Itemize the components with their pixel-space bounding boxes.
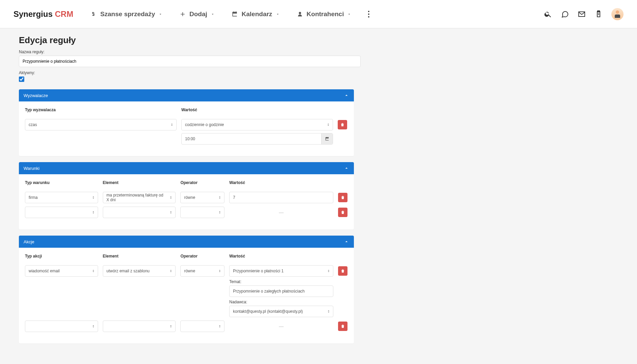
act-type-col-label: Typ akcji bbox=[25, 254, 98, 259]
clipboard-icon[interactable] bbox=[595, 10, 603, 18]
trigger-freq-value: codziennie o godzinie bbox=[185, 122, 224, 127]
cond-element-select[interactable] bbox=[103, 207, 176, 218]
cond-type-col-label: Typ warunku bbox=[25, 180, 98, 185]
cond-type-select[interactable] bbox=[25, 207, 98, 218]
trigger-time-value: 10:00 bbox=[185, 136, 195, 141]
plus-icon bbox=[179, 11, 186, 18]
cond-operator-select[interactable] bbox=[180, 207, 224, 218]
header-actions bbox=[544, 8, 624, 20]
cond-value-text: 7 bbox=[233, 195, 235, 200]
act-element-col-label: Element bbox=[103, 254, 176, 259]
actions-header[interactable]: Akcje bbox=[19, 236, 354, 248]
act-subject-input[interactable]: Przypomnienie o zaległych płatnościach bbox=[229, 285, 333, 297]
cond-delete-button[interactable] bbox=[338, 208, 347, 217]
calendar-icon bbox=[232, 11, 238, 18]
top-nav: Szanse sprzedaży Dodaj Kalendarz Kontrah… bbox=[90, 10, 544, 18]
cond-value-empty: — bbox=[229, 207, 333, 218]
nav-calendar[interactable]: Kalendarz bbox=[232, 10, 280, 18]
act-type-select[interactable]: wiadomość email bbox=[25, 265, 98, 277]
act-type-value: wiadomość email bbox=[29, 269, 60, 273]
condition-row: firma ma przeterminowaną fakturę od X dn… bbox=[25, 192, 348, 203]
chevron-down-icon bbox=[276, 12, 280, 16]
trigger-freq-select[interactable]: codziennie o godzinie bbox=[181, 119, 333, 130]
mail-icon[interactable] bbox=[578, 10, 586, 18]
act-delete-button[interactable] bbox=[338, 322, 347, 331]
select-arrows-icon bbox=[170, 122, 174, 127]
act-sender-value: kontakt@questy.pl (kontakt@questy.pl) bbox=[233, 309, 303, 314]
act-delete-button[interactable] bbox=[338, 266, 347, 276]
cond-delete-button[interactable] bbox=[338, 193, 347, 202]
page-title: Edycja reguły bbox=[19, 35, 466, 46]
act-operator-value: równe bbox=[184, 269, 195, 273]
act-element-select[interactable]: utwórz email z szablonu bbox=[103, 265, 176, 277]
conditions-header-label: Warunki bbox=[24, 166, 39, 171]
action-row: — bbox=[25, 321, 348, 332]
chevron-down-icon bbox=[211, 12, 215, 16]
trigger-delete-button[interactable] bbox=[338, 120, 347, 129]
time-picker-button[interactable] bbox=[321, 133, 333, 144]
logo-accent: CRM bbox=[55, 9, 73, 19]
act-template-select[interactable]: Przypomnienie o płatności 1 bbox=[229, 265, 333, 277]
cond-element-value: ma przeterminowaną fakturę od X dni bbox=[107, 193, 165, 202]
logo-main: Synergius bbox=[13, 9, 53, 19]
act-operator-select[interactable]: równe bbox=[180, 265, 224, 277]
page-content: Edycja reguły Nazwa reguły: Aktywny: Wyz… bbox=[0, 28, 485, 357]
cond-type-value: firma bbox=[29, 195, 38, 200]
act-element-value: utwórz email z szablonu bbox=[107, 269, 150, 273]
conditions-card: Warunki Typ warunku Element Operator War… bbox=[19, 162, 354, 230]
nav-contractors-label: Kontrahenci bbox=[307, 10, 344, 18]
nav-add-label: Dodaj bbox=[189, 10, 207, 18]
actions-card: Akcje Typ akcji Element Operator Wartość… bbox=[19, 236, 354, 343]
act-value-empty: — bbox=[229, 321, 333, 332]
act-subject-label: Temat: bbox=[229, 279, 333, 284]
chevron-down-icon bbox=[347, 12, 351, 16]
triggers-header-label: Wyzwalacze bbox=[24, 93, 48, 98]
cond-element-select[interactable]: ma przeterminowaną fakturę od X dni bbox=[103, 192, 176, 203]
rule-name-label: Nazwa reguły: bbox=[19, 50, 466, 54]
chevron-up-icon bbox=[344, 93, 349, 98]
trigger-type-value: czas bbox=[29, 122, 37, 127]
conditions-header[interactable]: Warunki bbox=[19, 162, 354, 174]
cond-element-col-label: Element bbox=[103, 180, 176, 185]
calendar-icon bbox=[325, 136, 330, 141]
act-subject-value: Przypomnienie o zaległych płatnościach bbox=[233, 289, 305, 294]
cond-operator-value: równe bbox=[184, 195, 195, 200]
active-checkbox[interactable] bbox=[19, 77, 24, 82]
act-type-select[interactable] bbox=[25, 321, 98, 332]
cond-operator-col-label: Operator bbox=[180, 180, 224, 185]
nav-add[interactable]: Dodaj bbox=[179, 10, 215, 18]
triggers-card: Wyzwalacze Typ wyzwalacza Wartość czas c bbox=[19, 89, 354, 156]
chat-icon[interactable] bbox=[561, 10, 569, 18]
actions-header-label: Akcje bbox=[24, 239, 34, 244]
chevron-up-icon bbox=[344, 239, 349, 244]
nav-sales-label: Szanse sprzedaży bbox=[100, 10, 155, 18]
cond-value-input[interactable]: 7 bbox=[229, 192, 333, 203]
avatar[interactable] bbox=[611, 8, 624, 20]
act-element-select[interactable] bbox=[103, 321, 176, 332]
act-value-col-label: Wartość bbox=[229, 254, 333, 259]
active-label: Aktywny: bbox=[19, 70, 466, 75]
act-operator-select[interactable] bbox=[180, 321, 224, 332]
nav-more[interactable] bbox=[368, 13, 369, 15]
nav-contractors[interactable]: Kontrahenci bbox=[297, 10, 352, 18]
act-sender-select[interactable]: kontakt@questy.pl (kontakt@questy.pl) bbox=[229, 306, 333, 317]
cond-value-col-label: Wartość bbox=[229, 180, 333, 185]
trigger-value-col-label: Wartość bbox=[181, 108, 333, 112]
condition-row: — bbox=[25, 207, 348, 218]
trigger-type-col-label: Typ wyzwalacza bbox=[25, 108, 177, 112]
action-row: wiadomość email utwórz email z szablonu … bbox=[25, 265, 348, 317]
act-template-value: Przypomnienie o płatności 1 bbox=[233, 269, 283, 273]
search-icon[interactable] bbox=[544, 10, 552, 18]
triggers-header[interactable]: Wyzwalacze bbox=[19, 89, 354, 101]
trigger-time-input[interactable]: 10:00 bbox=[181, 133, 333, 145]
select-arrows-icon bbox=[327, 122, 330, 127]
dollar-icon bbox=[90, 11, 97, 18]
cond-operator-select[interactable]: równe bbox=[180, 192, 224, 203]
cond-type-select[interactable]: firma bbox=[25, 192, 98, 203]
nav-sales[interactable]: Szanse sprzedaży bbox=[90, 10, 162, 18]
nav-calendar-label: Kalendarz bbox=[242, 10, 272, 18]
rule-name-input[interactable] bbox=[19, 56, 361, 67]
act-operator-col-label: Operator bbox=[180, 254, 224, 259]
trigger-type-select[interactable]: czas bbox=[25, 119, 177, 130]
kebab-icon bbox=[368, 13, 369, 15]
